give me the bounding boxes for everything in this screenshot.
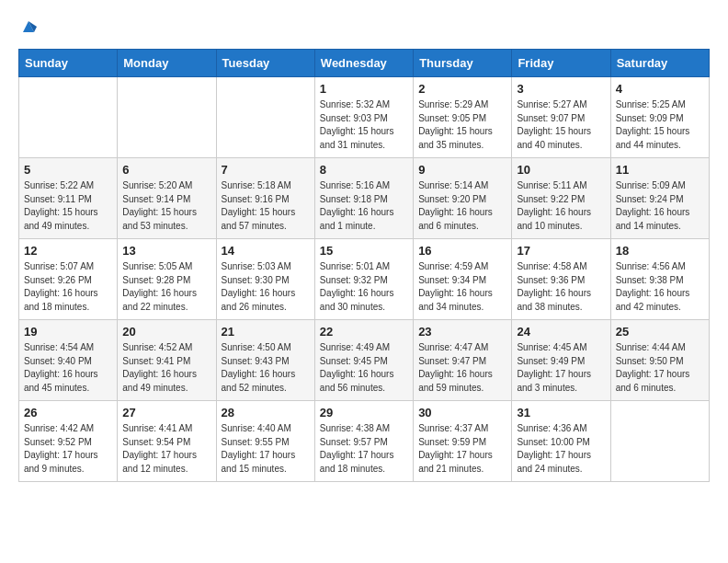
- day-number: 10: [517, 163, 605, 177]
- day-info: Sunrise: 5:05 AMSunset: 9:28 PMDaylight:…: [122, 260, 210, 314]
- day-info: Sunrise: 5:29 AMSunset: 9:05 PMDaylight:…: [418, 98, 506, 152]
- day-number: 30: [418, 406, 506, 419]
- day-info: Sunrise: 4:56 AMSunset: 9:38 PMDaylight:…: [616, 260, 704, 314]
- calendar-cell: 17Sunrise: 4:58 AMSunset: 9:36 PMDayligh…: [512, 239, 610, 320]
- calendar-cell: 18Sunrise: 4:56 AMSunset: 9:38 PMDayligh…: [610, 239, 709, 320]
- calendar-cell: [19, 77, 118, 158]
- day-number: 13: [122, 244, 210, 258]
- day-number: 1: [320, 82, 408, 96]
- day-header-sunday: Sunday: [19, 50, 118, 77]
- day-number: 15: [320, 244, 408, 258]
- day-number: 6: [122, 163, 210, 177]
- day-info: Sunrise: 4:47 AMSunset: 9:47 PMDaylight:…: [418, 341, 506, 395]
- logo: [18, 18, 42, 35]
- day-info: Sunrise: 4:59 AMSunset: 9:34 PMDaylight:…: [418, 260, 506, 314]
- calendar-cell: 26Sunrise: 4:42 AMSunset: 9:52 PMDayligh…: [19, 401, 118, 482]
- day-info: Sunrise: 5:16 AMSunset: 9:18 PMDaylight:…: [320, 179, 408, 233]
- day-number: 3: [517, 82, 605, 96]
- day-info: Sunrise: 4:42 AMSunset: 9:52 PMDaylight:…: [24, 422, 112, 476]
- calendar-cell: 23Sunrise: 4:47 AMSunset: 9:47 PMDayligh…: [414, 320, 512, 401]
- day-number: 21: [222, 325, 310, 339]
- calendar-cell: 2Sunrise: 5:29 AMSunset: 9:05 PMDaylight…: [414, 77, 512, 158]
- day-info: Sunrise: 5:25 AMSunset: 9:09 PMDaylight:…: [616, 98, 704, 152]
- day-info: Sunrise: 5:07 AMSunset: 9:26 PMDaylight:…: [24, 260, 112, 314]
- day-number: 29: [320, 406, 408, 419]
- day-header-saturday: Saturday: [610, 50, 709, 77]
- day-info: Sunrise: 4:37 AMSunset: 9:59 PMDaylight:…: [418, 422, 506, 476]
- calendar-cell: [118, 77, 216, 158]
- day-number: 7: [222, 163, 310, 177]
- calendar-cell: 5Sunrise: 5:22 AMSunset: 9:11 PMDaylight…: [19, 158, 118, 239]
- day-number: 8: [320, 163, 408, 177]
- day-number: 18: [616, 244, 704, 258]
- day-info: Sunrise: 4:52 AMSunset: 9:41 PMDaylight:…: [122, 341, 210, 395]
- day-info: Sunrise: 5:01 AMSunset: 9:32 PMDaylight:…: [320, 260, 408, 314]
- day-info: Sunrise: 4:41 AMSunset: 9:54 PMDaylight:…: [122, 422, 210, 476]
- day-info: Sunrise: 4:45 AMSunset: 9:49 PMDaylight:…: [517, 341, 605, 395]
- day-number: 20: [122, 325, 210, 339]
- calendar-cell: 15Sunrise: 5:01 AMSunset: 9:32 PMDayligh…: [314, 239, 413, 320]
- day-info: Sunrise: 5:14 AMSunset: 9:20 PMDaylight:…: [418, 179, 506, 233]
- day-number: 27: [122, 406, 210, 419]
- calendar-cell: 16Sunrise: 4:59 AMSunset: 9:34 PMDayligh…: [414, 239, 512, 320]
- day-number: 24: [517, 325, 605, 339]
- day-number: 26: [24, 406, 112, 419]
- calendar-table: SundayMondayTuesdayWednesdayThursdayFrid…: [18, 49, 710, 482]
- calendar-cell: 27Sunrise: 4:41 AMSunset: 9:54 PMDayligh…: [118, 401, 216, 482]
- calendar-cell: 24Sunrise: 4:45 AMSunset: 9:49 PMDayligh…: [512, 320, 610, 401]
- day-number: 17: [517, 244, 605, 258]
- calendar-cell: 21Sunrise: 4:50 AMSunset: 9:43 PMDayligh…: [216, 320, 314, 401]
- calendar-cell: 3Sunrise: 5:27 AMSunset: 9:07 PMDaylight…: [512, 77, 610, 158]
- calendar-cell: 13Sunrise: 5:05 AMSunset: 9:28 PMDayligh…: [118, 239, 216, 320]
- day-info: Sunrise: 4:58 AMSunset: 9:36 PMDaylight:…: [517, 260, 605, 314]
- day-header-monday: Monday: [118, 50, 216, 77]
- calendar-cell: 22Sunrise: 4:49 AMSunset: 9:45 PMDayligh…: [314, 320, 413, 401]
- calendar-cell: 8Sunrise: 5:16 AMSunset: 9:18 PMDaylight…: [314, 158, 413, 239]
- day-info: Sunrise: 4:38 AMSunset: 9:57 PMDaylight:…: [320, 422, 408, 476]
- day-number: 5: [24, 163, 112, 177]
- calendar-week-row: 12Sunrise: 5:07 AMSunset: 9:26 PMDayligh…: [19, 239, 710, 320]
- day-number: 19: [24, 325, 112, 339]
- day-info: Sunrise: 5:09 AMSunset: 9:24 PMDaylight:…: [616, 179, 704, 233]
- day-info: Sunrise: 4:40 AMSunset: 9:55 PMDaylight:…: [222, 422, 310, 476]
- day-number: 9: [418, 163, 506, 177]
- calendar-cell: 29Sunrise: 4:38 AMSunset: 9:57 PMDayligh…: [314, 401, 413, 482]
- calendar-week-row: 19Sunrise: 4:54 AMSunset: 9:40 PMDayligh…: [19, 320, 710, 401]
- day-header-thursday: Thursday: [414, 50, 512, 77]
- calendar-cell: 6Sunrise: 5:20 AMSunset: 9:14 PMDaylight…: [118, 158, 216, 239]
- day-number: 22: [320, 325, 408, 339]
- day-number: 25: [616, 325, 704, 339]
- day-number: 28: [222, 406, 310, 419]
- calendar-cell: 19Sunrise: 4:54 AMSunset: 9:40 PMDayligh…: [19, 320, 118, 401]
- calendar-cell: 31Sunrise: 4:36 AMSunset: 10:00 PMDaylig…: [512, 401, 610, 482]
- calendar-cell: 28Sunrise: 4:40 AMSunset: 9:55 PMDayligh…: [216, 401, 314, 482]
- day-number: 16: [418, 244, 506, 258]
- calendar-week-row: 1Sunrise: 5:32 AMSunset: 9:03 PMDaylight…: [19, 77, 710, 158]
- day-number: 11: [616, 163, 704, 177]
- day-number: 23: [418, 325, 506, 339]
- day-header-tuesday: Tuesday: [216, 50, 314, 77]
- calendar-cell: 11Sunrise: 5:09 AMSunset: 9:24 PMDayligh…: [610, 158, 709, 239]
- day-number: 4: [616, 82, 704, 96]
- calendar-cell: 9Sunrise: 5:14 AMSunset: 9:20 PMDaylight…: [414, 158, 512, 239]
- day-info: Sunrise: 5:18 AMSunset: 9:16 PMDaylight:…: [222, 179, 310, 233]
- page-header: [18, 18, 710, 35]
- logo-icon: [20, 18, 37, 35]
- day-info: Sunrise: 5:22 AMSunset: 9:11 PMDaylight:…: [24, 179, 112, 233]
- calendar-cell: 4Sunrise: 5:25 AMSunset: 9:09 PMDaylight…: [610, 77, 709, 158]
- calendar-cell: 30Sunrise: 4:37 AMSunset: 9:59 PMDayligh…: [414, 401, 512, 482]
- day-header-wednesday: Wednesday: [314, 50, 413, 77]
- day-info: Sunrise: 4:49 AMSunset: 9:45 PMDaylight:…: [320, 341, 408, 395]
- day-info: Sunrise: 5:20 AMSunset: 9:14 PMDaylight:…: [122, 179, 210, 233]
- calendar-cell: 20Sunrise: 4:52 AMSunset: 9:41 PMDayligh…: [118, 320, 216, 401]
- calendar-cell: 1Sunrise: 5:32 AMSunset: 9:03 PMDaylight…: [314, 77, 413, 158]
- calendar-header-row: SundayMondayTuesdayWednesdayThursdayFrid…: [19, 50, 710, 77]
- day-info: Sunrise: 4:54 AMSunset: 9:40 PMDaylight:…: [24, 341, 112, 395]
- day-info: Sunrise: 5:27 AMSunset: 9:07 PMDaylight:…: [517, 98, 605, 152]
- day-number: 2: [418, 82, 506, 96]
- day-number: 31: [517, 406, 605, 419]
- calendar-cell: 14Sunrise: 5:03 AMSunset: 9:30 PMDayligh…: [216, 239, 314, 320]
- calendar-cell: [610, 401, 709, 482]
- calendar-week-row: 26Sunrise: 4:42 AMSunset: 9:52 PMDayligh…: [19, 401, 710, 482]
- day-info: Sunrise: 5:32 AMSunset: 9:03 PMDaylight:…: [320, 98, 408, 152]
